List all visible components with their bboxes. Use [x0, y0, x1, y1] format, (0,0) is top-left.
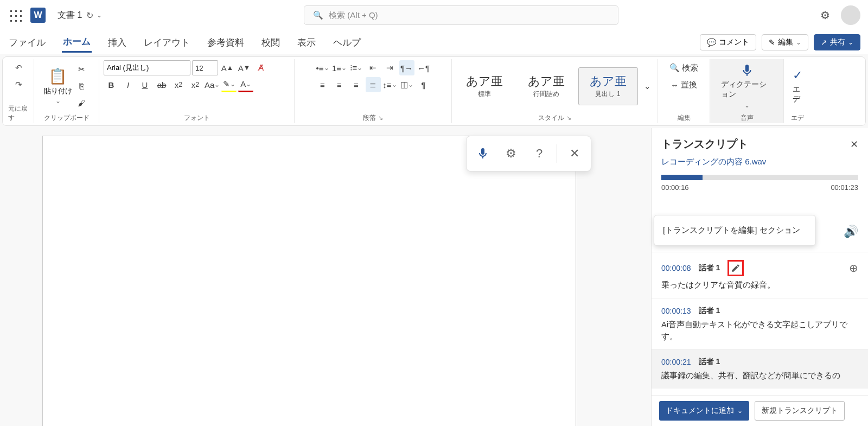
copy-button[interactable]: ⎘ [74, 79, 90, 94]
align-center-button[interactable]: ≡ [332, 77, 347, 92]
document-name[interactable]: 文書 1 [58, 10, 82, 21]
segment-text: Ai音声自動テキスト化ができる文字起こしアプリです。 [661, 319, 858, 343]
recording-file-link[interactable]: レコーディングの内容 6.wav [652, 156, 868, 175]
segment-time[interactable]: 00:00:21 [661, 358, 691, 366]
show-marks-button[interactable]: ¶ [416, 77, 431, 92]
increase-indent-button[interactable]: ⇥ [382, 60, 398, 75]
transcript-segment[interactable]: 00:00:21 話者 1 議事録の編集、共有、翻訳などが簡単にできるの [652, 349, 868, 389]
tab-help[interactable]: ヘルプ [332, 33, 362, 52]
decrease-indent-button[interactable]: ⇤ [366, 60, 381, 75]
playback-progress[interactable] [661, 175, 858, 180]
editing-button[interactable]: ✎編集⌄ [762, 34, 808, 50]
total-time: 00:01:23 [831, 183, 858, 192]
new-transcript-button[interactable]: 新規トランスクリプト [755, 401, 845, 421]
line-spacing-button[interactable]: ↕≡⌄ [382, 77, 398, 92]
settings-icon[interactable]: ⚙ [820, 9, 830, 22]
style-normal[interactable]: あア亜標準 [455, 67, 514, 105]
find-button[interactable]: 🔍検索 [669, 60, 698, 75]
tab-file[interactable]: ファイル [8, 33, 47, 52]
transcript-close-button[interactable]: ✕ [850, 138, 858, 150]
editor-button[interactable]: ✓ エデ [786, 66, 809, 106]
search-input[interactable]: 🔍 検索 (Alt + Q) [304, 5, 618, 25]
multilevel-button[interactable]: ⁝≡⌄ [349, 60, 364, 75]
align-right-button[interactable]: ≡ [349, 77, 364, 92]
dictation-mic-button[interactable] [470, 141, 496, 167]
voice-group-label: 音声 [741, 112, 754, 123]
undo-group-label: 元に戻す [8, 103, 29, 123]
shading-button[interactable]: ◫⌄ [399, 77, 414, 92]
add-segment-button[interactable]: ⊕ [849, 262, 858, 275]
dictation-settings-button[interactable]: ⚙ [498, 141, 524, 167]
numbering-button[interactable]: 1≡⌄ [332, 60, 347, 75]
strikethrough-button[interactable]: ab [154, 77, 169, 92]
highlight-button[interactable]: ✎⌄ [221, 77, 237, 92]
paste-button[interactable]: 📋 貼り付け ⌄ [44, 67, 72, 105]
styles-more-button[interactable]: ⌄ [640, 67, 655, 105]
font-color-button[interactable]: A⌄ [238, 77, 253, 92]
subscript-button[interactable]: x2 [171, 77, 186, 92]
cut-button[interactable]: ✂ [74, 62, 90, 77]
tab-home[interactable]: ホーム [62, 32, 92, 53]
superscript-button[interactable]: x2 [188, 77, 203, 92]
font-name-select[interactable] [104, 60, 190, 75]
tab-references[interactable]: 参考資料 [206, 33, 245, 52]
redo-button[interactable]: ↷ [11, 77, 27, 92]
tab-layout[interactable]: レイアウト [143, 33, 191, 52]
comments-button[interactable]: 💬コメント [700, 34, 756, 50]
transcript-title: トランスクリプト [661, 137, 748, 151]
tab-insert[interactable]: 挿入 [107, 33, 127, 52]
change-case-button[interactable]: Aa⌄ [205, 77, 220, 92]
add-to-document-button[interactable]: ドキュメントに追加⌄ [659, 401, 749, 421]
shrink-font-button[interactable]: A▼ [237, 60, 252, 75]
clear-format-button[interactable]: A̸ [253, 60, 269, 75]
sync-icon[interactable]: ↻ [86, 10, 93, 21]
style-no-spacing[interactable]: あア亜行間詰め [516, 67, 576, 105]
dictation-help-button[interactable]: ? [526, 141, 552, 167]
ltr-button[interactable]: ¶→ [399, 60, 414, 75]
paragraph-launcher-icon[interactable]: ↘ [378, 115, 383, 122]
segment-speaker: 話者 1 [699, 306, 720, 316]
comment-icon: 💬 [707, 38, 716, 47]
volume-icon[interactable]: 🔊 [844, 225, 858, 239]
transcript-segment[interactable]: 00:00:13 話者 1 Ai音声自動テキスト化ができる文字起こしアプリです。 [652, 298, 868, 349]
edit-segment-button[interactable] [727, 260, 744, 276]
segment-time[interactable]: 00:00:08 [661, 264, 691, 272]
italic-button[interactable]: I [120, 77, 136, 92]
share-icon: ↗ [821, 38, 827, 47]
format-painter-button[interactable]: 🖌 [74, 96, 90, 111]
dictation-close-button[interactable]: ✕ [561, 141, 588, 167]
editor-group-label: エデ [791, 112, 804, 123]
dictation-toolbar: ⚙ ? ✕ [466, 136, 591, 171]
segment-time[interactable]: 00:00:13 [661, 307, 691, 315]
segment-speaker: 話者 1 [699, 357, 720, 367]
undo-button[interactable]: ↶ [11, 60, 27, 75]
replace-button[interactable]: ↔置換 [671, 77, 697, 92]
style-heading1[interactable]: あア亜見出し 1 [578, 67, 638, 105]
grow-font-button[interactable]: A▲ [220, 60, 235, 75]
rtl-button[interactable]: ←¶ [416, 60, 431, 75]
align-left-button[interactable]: ≡ [315, 77, 330, 92]
bullets-button[interactable]: •≡⌄ [315, 60, 330, 75]
document-page[interactable] [42, 136, 576, 426]
justify-button[interactable]: ≣ [366, 77, 381, 92]
app-launcher-icon[interactable] [8, 8, 23, 23]
share-button[interactable]: ↗共有⌄ [814, 34, 860, 50]
underline-button[interactable]: U [137, 77, 152, 92]
avatar[interactable] [841, 5, 860, 25]
pencil-icon: ✎ [769, 38, 775, 47]
tab-review[interactable]: 校閲 [260, 33, 281, 52]
segment-speaker: 話者 1 [699, 263, 720, 273]
transcript-segment[interactable]: 00:00:08 話者 1 ⊕ 乗ったはクリアな音質の録音。 [652, 252, 868, 298]
font-size-select[interactable] [192, 60, 218, 75]
editor-icon: ✓ [793, 68, 802, 82]
bold-button[interactable]: B [104, 77, 119, 92]
clipboard-group-label: クリップボード [44, 112, 90, 123]
dictation-button[interactable]: ディクテーション ⌄ [714, 61, 779, 111]
font-group-label: フォント [184, 112, 210, 123]
tab-view[interactable]: 表示 [296, 33, 317, 52]
current-time: 00:00:16 [661, 183, 689, 192]
search-icon: 🔍 [313, 10, 323, 20]
chevron-down-icon: ⌄ [796, 39, 801, 46]
doc-dropdown-icon[interactable]: ⌄ [97, 11, 102, 19]
styles-launcher-icon[interactable]: ↘ [566, 115, 571, 122]
